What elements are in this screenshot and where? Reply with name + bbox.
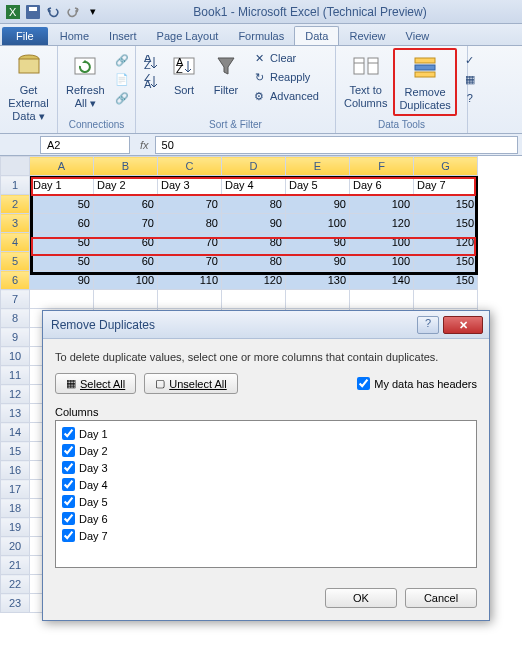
column-header[interactable]: B bbox=[94, 157, 158, 176]
row-header[interactable]: 7 bbox=[1, 290, 30, 309]
tab-view[interactable]: View bbox=[396, 27, 440, 45]
ok-button[interactable]: OK bbox=[325, 588, 397, 608]
select-all-button[interactable]: ▦Select All bbox=[55, 373, 136, 394]
cell[interactable]: 60 bbox=[94, 195, 158, 214]
undo-icon[interactable] bbox=[44, 3, 62, 21]
dialog-titlebar[interactable]: Remove Duplicates ? ✕ bbox=[43, 311, 489, 339]
row-header[interactable]: 5 bbox=[1, 252, 30, 271]
row-header[interactable]: 9 bbox=[1, 328, 30, 347]
column-checkbox-item[interactable]: Day 2 bbox=[62, 442, 470, 459]
column-checkbox[interactable] bbox=[62, 461, 75, 474]
cell[interactable]: 150 bbox=[414, 271, 478, 290]
tab-insert[interactable]: Insert bbox=[99, 27, 147, 45]
cell[interactable]: 100 bbox=[286, 214, 350, 233]
cell[interactable]: 140 bbox=[350, 271, 414, 290]
row-header[interactable]: 11 bbox=[1, 366, 30, 385]
file-tab[interactable]: File bbox=[2, 27, 48, 45]
cell[interactable] bbox=[286, 290, 350, 309]
column-header[interactable]: F bbox=[350, 157, 414, 176]
whatif-icon[interactable]: ? bbox=[459, 90, 481, 108]
cell[interactable]: 90 bbox=[222, 214, 286, 233]
cell[interactable]: 100 bbox=[350, 252, 414, 271]
row-header[interactable]: 1 bbox=[1, 176, 30, 195]
cell[interactable]: 60 bbox=[94, 252, 158, 271]
cell[interactable]: 110 bbox=[158, 271, 222, 290]
advanced-button[interactable]: ⚙Advanced bbox=[248, 88, 322, 106]
cell[interactable]: 80 bbox=[158, 214, 222, 233]
cell[interactable]: 70 bbox=[94, 214, 158, 233]
row-header[interactable]: 6 bbox=[1, 271, 30, 290]
row-header[interactable]: 17 bbox=[1, 480, 30, 499]
column-checkbox[interactable] bbox=[62, 427, 75, 440]
cell[interactable]: 100 bbox=[350, 233, 414, 252]
row-header[interactable]: 16 bbox=[1, 461, 30, 480]
tab-data[interactable]: Data bbox=[294, 26, 339, 45]
row-header[interactable]: 15 bbox=[1, 442, 30, 461]
row-header[interactable]: 3 bbox=[1, 214, 30, 233]
tab-home[interactable]: Home bbox=[50, 27, 99, 45]
cell[interactable]: 120 bbox=[414, 233, 478, 252]
cell[interactable]: 70 bbox=[158, 233, 222, 252]
row-header[interactable]: 14 bbox=[1, 423, 30, 442]
cell[interactable]: 100 bbox=[350, 195, 414, 214]
row-header[interactable]: 20 bbox=[1, 537, 30, 556]
column-checkbox-item[interactable]: Day 1 bbox=[62, 425, 470, 442]
cell[interactable]: 90 bbox=[286, 195, 350, 214]
cell[interactable]: 90 bbox=[286, 252, 350, 271]
cell[interactable]: 70 bbox=[158, 195, 222, 214]
sort-az-button[interactable]: AZ bbox=[140, 54, 162, 72]
clear-button[interactable]: ✕Clear bbox=[248, 50, 322, 68]
column-checkbox[interactable] bbox=[62, 495, 75, 508]
save-icon[interactable] bbox=[24, 3, 42, 21]
tab-formulas[interactable]: Formulas bbox=[228, 27, 294, 45]
properties-icon[interactable]: 📄 bbox=[111, 71, 133, 89]
dialog-close-button[interactable]: ✕ bbox=[443, 316, 483, 334]
refresh-all-button[interactable]: Refresh All ▾ bbox=[62, 48, 109, 112]
sort-button[interactable]: AZ Sort bbox=[164, 48, 204, 99]
dialog-help-button[interactable]: ? bbox=[417, 316, 439, 334]
cell[interactable]: 90 bbox=[286, 233, 350, 252]
column-checkbox-item[interactable]: Day 6 bbox=[62, 510, 470, 527]
headers-checkbox-label[interactable]: My data has headers bbox=[357, 377, 477, 390]
row-header[interactable]: 10 bbox=[1, 347, 30, 366]
cell[interactable] bbox=[94, 290, 158, 309]
tab-review[interactable]: Review bbox=[339, 27, 395, 45]
column-checkbox-item[interactable]: Day 5 bbox=[62, 493, 470, 510]
column-checkbox-item[interactable]: Day 3 bbox=[62, 459, 470, 476]
row-header[interactable]: 18 bbox=[1, 499, 30, 518]
column-header[interactable]: A bbox=[30, 157, 94, 176]
cell[interactable]: 80 bbox=[222, 252, 286, 271]
column-checkbox-item[interactable]: Day 7 bbox=[62, 527, 470, 544]
column-header[interactable]: C bbox=[158, 157, 222, 176]
excel-icon[interactable]: X bbox=[4, 3, 22, 21]
cell[interactable]: 150 bbox=[414, 195, 478, 214]
qat-dropdown-icon[interactable]: ▾ bbox=[84, 3, 102, 21]
columns-list[interactable]: Day 1Day 2Day 3Day 4Day 5Day 6Day 7 bbox=[55, 420, 477, 568]
cell[interactable]: 80 bbox=[222, 233, 286, 252]
cell[interactable]: 70 bbox=[158, 252, 222, 271]
cell[interactable]: 100 bbox=[94, 271, 158, 290]
cell[interactable]: 150 bbox=[414, 214, 478, 233]
column-header[interactable]: G bbox=[414, 157, 478, 176]
remove-duplicates-button[interactable]: Remove Duplicates bbox=[393, 48, 456, 116]
name-box[interactable]: A2 bbox=[40, 136, 130, 154]
text-to-columns-button[interactable]: Text to Columns bbox=[340, 48, 391, 112]
filter-button[interactable]: Filter bbox=[206, 48, 246, 99]
cell[interactable] bbox=[30, 290, 94, 309]
cell[interactable]: Day 6 bbox=[350, 176, 414, 195]
cell[interactable]: Day 4 bbox=[222, 176, 286, 195]
row-header[interactable]: 21 bbox=[1, 556, 30, 575]
cell[interactable]: 50 bbox=[30, 252, 94, 271]
cell[interactable]: 60 bbox=[30, 214, 94, 233]
column-checkbox[interactable] bbox=[62, 529, 75, 542]
cell[interactable]: 150 bbox=[414, 252, 478, 271]
cell[interactable]: Day 5 bbox=[286, 176, 350, 195]
get-external-data-button[interactable]: Get External Data ▾ bbox=[4, 48, 53, 126]
cell[interactable]: 130 bbox=[286, 271, 350, 290]
row-header[interactable]: 22 bbox=[1, 575, 30, 594]
row-header[interactable]: 8 bbox=[1, 309, 30, 328]
select-all-corner[interactable] bbox=[1, 157, 30, 176]
column-checkbox[interactable] bbox=[62, 512, 75, 525]
cell[interactable] bbox=[414, 290, 478, 309]
column-header[interactable]: D bbox=[222, 157, 286, 176]
